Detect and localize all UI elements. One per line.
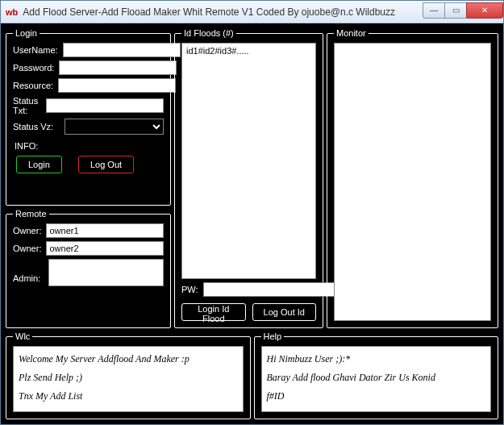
app-window: wb Add Flood Server-Add Flooad Maker Whi… <box>0 0 504 425</box>
username-label: UserName: <box>13 45 58 55</box>
help-textbox[interactable]: Hi Nimbuzz User ;):* Baray Add flood Gha… <box>261 346 492 412</box>
client-area: Login UserName: Password: Resource: Stat… <box>1 23 503 424</box>
pw-label: PW: <box>181 285 198 294</box>
logout-button[interactable]: Log Out <box>78 156 134 173</box>
monitor-listbox[interactable] <box>334 43 491 321</box>
maximize-button[interactable]: ▭ <box>444 2 467 19</box>
resource-label: Resource: <box>13 81 53 90</box>
help-legend: Help <box>261 331 285 341</box>
owner2-input[interactable] <box>46 241 164 256</box>
pw-input[interactable] <box>203 282 344 297</box>
password-input[interactable] <box>59 60 177 75</box>
idfloods-group: Id Floods (#) id1#id2#id3#..... PW: Logi… <box>174 28 323 328</box>
help-line2: Baray Add flood Ghavi Dator Zir Us Konid <box>267 369 486 387</box>
idfloods-textarea[interactable]: id1#id2#id3#..... <box>181 43 316 279</box>
owner1-label: Owner: <box>13 226 41 235</box>
app-icon: wb <box>6 7 18 17</box>
help-line1: Hi Nimbuzz User ;):* <box>267 350 486 369</box>
login-group: Login UserName: Password: Resource: Stat… <box>6 28 171 206</box>
wlc-textbox[interactable]: Welcome My Server Addflood And Maker :p … <box>13 346 244 412</box>
window-buttons: — ▭ ✕ <box>423 2 503 19</box>
wlc-line1: Welcome My Server Addflood And Maker :p <box>19 350 238 369</box>
statustxt-input[interactable] <box>46 98 164 113</box>
logout-id-button[interactable]: Log Out Id <box>252 303 317 321</box>
admin-listbox[interactable] <box>48 259 164 286</box>
admin-label: Admin: <box>13 273 44 283</box>
window-title: Add Flood Server-Add Flooad Maker Whit R… <box>23 6 423 18</box>
monitor-legend: Monitor <box>334 28 369 38</box>
idfloods-legend: Id Floods (#) <box>181 28 236 38</box>
titlebar[interactable]: wb Add Flood Server-Add Flooad Maker Whi… <box>1 1 503 23</box>
remote-legend: Remote <box>13 209 49 219</box>
username-input[interactable] <box>63 43 181 57</box>
login-legend: Login <box>13 28 40 38</box>
remote-group: Remote Owner: Owner: Admin: <box>6 209 171 328</box>
owner2-label: Owner: <box>13 244 41 253</box>
statusvz-label: Status Vz: <box>13 122 60 131</box>
owner1-input[interactable] <box>46 223 164 238</box>
wlc-group: Wlc Welcome My Server Addflood And Maker… <box>6 331 251 419</box>
wlc-legend: Wlc <box>13 331 32 341</box>
monitor-group: Monitor <box>327 28 498 328</box>
resource-input[interactable] <box>58 78 176 93</box>
help-line3: f#ID <box>267 387 486 406</box>
statustxt-label: Status Txt: <box>13 96 41 115</box>
statusvz-select[interactable] <box>65 119 164 135</box>
info-label: INFO: <box>15 141 164 151</box>
login-button[interactable]: Login <box>16 156 62 173</box>
wlc-line2: Plz Send Help ;) <box>19 369 238 387</box>
password-label: Password: <box>13 63 54 73</box>
minimize-button[interactable]: — <box>423 2 445 19</box>
wlc-line3: Tnx My Add List <box>19 387 238 406</box>
close-button[interactable]: ✕ <box>466 2 503 19</box>
help-group: Help Hi Nimbuzz User ;):* Baray Add floo… <box>254 331 499 419</box>
login-id-flood-button[interactable]: Login Id Flood <box>181 303 246 321</box>
